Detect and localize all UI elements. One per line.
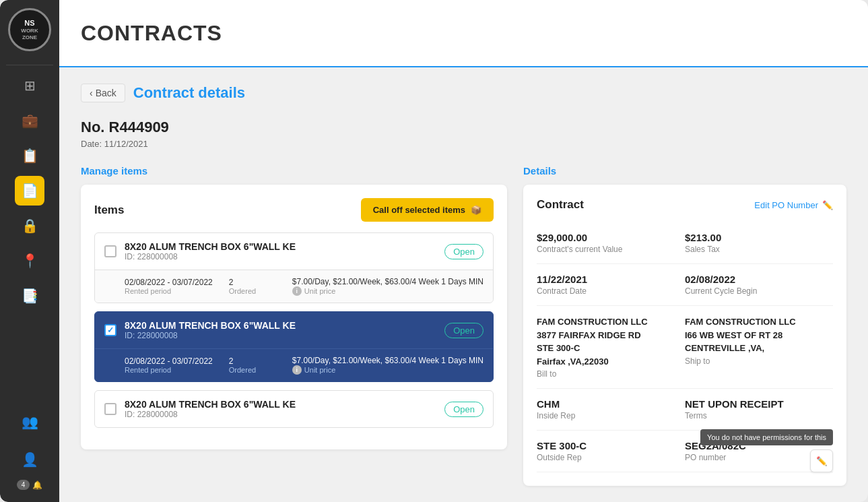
item-name: 8X20 ALUM TRENCH BOX 6"WALL KE: [125, 241, 436, 252]
content-area: ‹ Back Contract details No. R444909 Date…: [59, 67, 868, 502]
item-checkbox[interactable]: [104, 245, 116, 257]
sidebar: NS WORK ZONE ⊞ 💼 📋 📄 🔒 📍 📑 👥 👤 4 🔔: [0, 0, 59, 502]
contract-date-cell: 11/22/2021 Contract Date: [537, 264, 685, 306]
edit-po-label: Edit PO Number: [754, 200, 818, 210]
sales-tax-cell: $213.00 Sales Tax: [685, 222, 833, 264]
calloff-button[interactable]: Call off selected items 📦: [361, 198, 494, 222]
ship-to-value: FAM CONSTRUCTION LLCI66 WB WEST OF RT 28…: [685, 315, 833, 355]
ordered-value: 2: [229, 278, 256, 287]
outside-rep-label: Outside Rep: [537, 453, 671, 462]
contract-number: No. R444909: [81, 119, 846, 136]
rented-period-label: Rented period: [125, 287, 213, 295]
sales-tax-label: Sales Tax: [685, 245, 833, 254]
price-value: $7.00/Day, $21.00/Week, $63.00/4 Week 1 …: [292, 277, 483, 286]
ship-to-cell: FAM CONSTRUCTION LLCI66 WB WEST OF RT 28…: [685, 306, 833, 389]
item-checkbox[interactable]: [104, 403, 116, 415]
cycle-begin-label: Current Cycle Begin: [685, 286, 833, 296]
contract-details-title: Contract details: [133, 84, 245, 102]
item-id: ID: 228000008: [125, 252, 436, 261]
item-name: 8X20 ALUM TRENCH BOX 6"WALL KE: [125, 399, 436, 410]
contract-date: Date: 11/12/2021: [81, 139, 846, 149]
price-field: $7.00/Day, $21.00/Week, $63.00/4 Week 1 …: [292, 277, 483, 296]
terms-label: Terms: [685, 411, 833, 420]
item-main-row: 8X20 ALUM TRENCH BOX 6"WALL KE ID: 22800…: [95, 233, 493, 270]
bill-to-value: FAM CONSTRUCTION LLC3877 FAIRFAX RIDGE R…: [537, 315, 671, 368]
sidebar-divider: [6, 65, 53, 65]
contract-label: Contract: [537, 198, 584, 212]
details-section-label: Details: [523, 165, 846, 177]
back-button[interactable]: ‹ Back: [81, 84, 125, 102]
ordered-value: 2: [229, 356, 256, 366]
ordered-field: 2 Ordered: [229, 278, 256, 295]
back-label: Back: [96, 88, 116, 98]
item-status-badge: Open: [444, 402, 483, 417]
items-title: Items: [94, 203, 124, 217]
pencil-icon: ✏️: [822, 200, 833, 210]
outside-rep-cell: STE 300-C Outside Rep: [537, 431, 685, 472]
document-icon[interactable]: 📑: [15, 281, 44, 311]
permissions-tooltip: You do not have permissions for this: [700, 429, 833, 445]
item-info: 8X20 ALUM TRENCH BOX 6"WALL KE ID: 22800…: [125, 241, 436, 261]
contracts-icon[interactable]: 📄: [15, 176, 44, 206]
clipboard-icon[interactable]: 📋: [15, 141, 44, 170]
ordered-label: Ordered: [229, 287, 256, 295]
item-status-badge: Open: [444, 323, 483, 338]
item-id: ID: 228000008: [125, 410, 436, 419]
page-title: CONTRACTS: [81, 21, 222, 46]
rented-period-field: 02/08/2022 - 03/07/2022 Rented period: [125, 356, 213, 374]
contract-date-label: Contract Date: [537, 286, 671, 296]
chevron-left-icon: ‹: [90, 88, 93, 98]
notification-badge: 4: [17, 480, 30, 490]
edit-pencil-icon: ✏️: [816, 456, 828, 466]
page-header: CONTRACTS: [59, 0, 868, 67]
main-area: CONTRACTS ‹ Back Contract details No. R4…: [59, 0, 868, 502]
right-column: Details Contract Edit PO Number ✏️ $29,0…: [523, 165, 846, 486]
price-value: $7.00/Day, $21.00/Week, $63.00/4 Week 1 …: [292, 356, 483, 365]
breadcrumb: ‹ Back Contract details: [81, 84, 846, 102]
edit-po-button[interactable]: Edit PO Number ✏️: [754, 200, 833, 210]
contract-date-value: 11/22/2021: [537, 274, 671, 285]
rented-period-label: Rented period: [125, 366, 213, 374]
sales-tax-value: $213.00: [685, 232, 833, 243]
item-main-row: 8X20 ALUM TRENCH BOX 6"WALL KE ID: 22800…: [95, 312, 493, 348]
cycle-begin-cell: 02/08/2022 Current Cycle Begin: [685, 264, 833, 306]
rented-period-value: 02/08/2022 - 03/07/2022: [125, 278, 213, 287]
edit-icon-button[interactable]: ✏️: [810, 449, 833, 472]
location-icon[interactable]: 📍: [15, 246, 44, 276]
dashboard-icon[interactable]: ⊞: [15, 71, 44, 100]
item-main-row: 8X20 ALUM TRENCH BOX 6"WALL KE ID: 22800…: [95, 391, 493, 427]
people-icon[interactable]: 👥: [15, 407, 44, 437]
list-item: 8X20 ALUM TRENCH BOX 6"WALL KE ID: 22800…: [94, 232, 494, 303]
items-card-header: Items Call off selected items 📦: [94, 198, 494, 222]
badge-area: 4 🔔: [17, 480, 43, 490]
item-details-row: 02/08/2022 - 03/07/2022 Rented period 2 …: [95, 270, 493, 303]
item-info: 8X20 ALUM TRENCH BOX 6"WALL KE ID: 22800…: [125, 399, 436, 419]
app-logo[interactable]: NS WORK ZONE: [8, 8, 51, 51]
item-details-row: 02/08/2022 - 03/07/2022 Rented period 2 …: [95, 348, 493, 381]
ship-to-label: Ship to: [685, 356, 833, 366]
rented-period-value: 02/08/2022 - 03/07/2022: [125, 356, 213, 366]
unit-price-label: i Unit price: [292, 365, 483, 375]
cycle-begin-value: 02/08/2022: [685, 274, 833, 285]
person-icon[interactable]: 👤: [15, 445, 44, 474]
calloff-icon: 📦: [471, 205, 481, 215]
items-card: Items Call off selected items 📦 8X20 ALU…: [81, 185, 507, 449]
outside-rep-value: STE 300-C: [537, 440, 671, 451]
bill-to-cell: FAM CONSTRUCTION LLC3877 FAIRFAX RIDGE R…: [537, 306, 685, 389]
inside-rep-value: CHM: [537, 398, 671, 410]
lock-icon[interactable]: 🔒: [15, 211, 44, 241]
list-item: 8X20 ALUM TRENCH BOX 6"WALL KE ID: 22800…: [94, 390, 494, 428]
notification-icon[interactable]: 🔔: [32, 480, 42, 490]
inside-rep-label: Inside Rep: [537, 411, 671, 420]
unit-price-label: i Unit price: [292, 286, 483, 296]
item-checkbox[interactable]: [104, 324, 116, 336]
left-column: Manage items Items Call off selected ite…: [81, 165, 507, 486]
bill-to-label: Bill to: [537, 369, 671, 379]
manage-items-label: Manage items: [81, 165, 507, 177]
details-card-header: Contract Edit PO Number ✏️: [537, 198, 833, 212]
item-name: 8X20 ALUM TRENCH BOX 6"WALL KE: [125, 320, 436, 331]
briefcase-icon[interactable]: 💼: [15, 106, 44, 135]
two-column-layout: Manage items Items Call off selected ite…: [81, 165, 846, 486]
price-field: $7.00/Day, $21.00/Week, $63.00/4 Week 1 …: [292, 356, 483, 375]
rented-period-field: 02/08/2022 - 03/07/2022 Rented period: [125, 278, 213, 295]
